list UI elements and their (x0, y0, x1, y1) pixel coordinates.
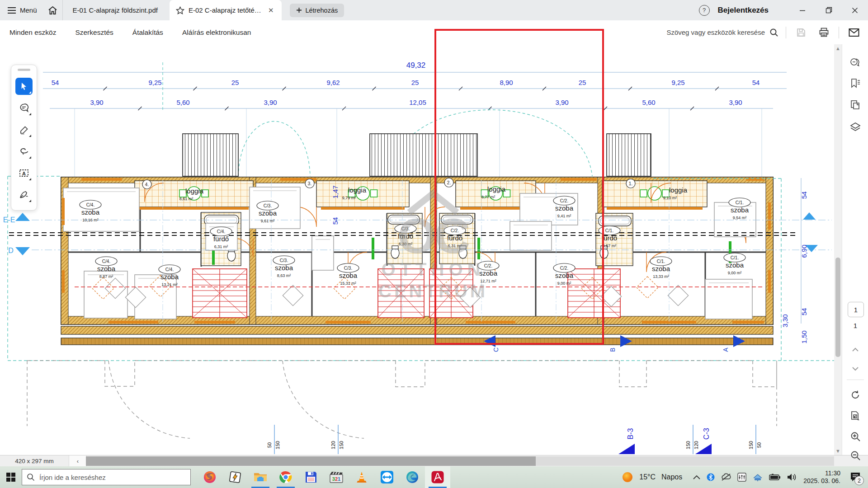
comments-panel-button[interactable] (847, 54, 863, 70)
app-firefox[interactable] (197, 466, 222, 488)
horizontal-scrollbar[interactable] (86, 456, 834, 466)
minimize-button[interactable] (789, 0, 816, 20)
tool-flyout-indicator (29, 113, 31, 115)
layers-panel-button[interactable] (847, 119, 863, 136)
onedrive-off-icon[interactable] (721, 473, 731, 481)
app-vlc[interactable] (349, 466, 374, 488)
toolbar-menu-item-1[interactable]: Szerkesztés (75, 28, 113, 37)
vertical-scrollbar[interactable]: ▲ ▼ (834, 44, 842, 455)
window-sill (607, 207, 703, 210)
add-comment-tool[interactable] (15, 99, 33, 117)
room-label: fürdő (213, 235, 229, 243)
export-button[interactable] (847, 408, 863, 424)
toolbar-divider (786, 27, 786, 38)
taskbar-search-placeholder: Írjon ide a kereséshez (39, 474, 106, 481)
notifications-button[interactable]: 2 (846, 466, 864, 488)
print-icon (819, 27, 829, 38)
app-winamp[interactable] (222, 466, 248, 488)
draw-tool[interactable] (15, 121, 33, 138)
scanner-icon[interactable] (752, 473, 763, 482)
axis-tick-label: 120 (693, 441, 699, 449)
select-tool[interactable] (15, 78, 33, 95)
refresh-button[interactable] (847, 387, 863, 403)
app-chrome[interactable] (273, 466, 298, 488)
vertical-scrollbar-thumb[interactable] (835, 258, 840, 357)
mail-button[interactable] (846, 25, 862, 40)
svg-text:321: 321 (332, 476, 340, 482)
horizontal-scrollbar-thumb[interactable] (86, 456, 536, 466)
battery-icon[interactable] (769, 474, 781, 481)
room-area: 13,21 m² (161, 282, 178, 287)
pages-panel-button[interactable] (847, 97, 863, 113)
page-down-button[interactable] (847, 361, 863, 377)
page-up-button[interactable] (847, 342, 863, 358)
tab-document-2[interactable]: E-02 C-alaprajz tetőté… ✕ (170, 0, 282, 20)
section-marker-label: D (8, 247, 14, 254)
room-area: 10,16 m² (82, 218, 99, 222)
volume-icon[interactable] (787, 473, 797, 481)
tray-weather[interactable]: Napos (661, 473, 682, 481)
taskbar-search-input[interactable]: Írjon ide a kereséshez (22, 469, 191, 485)
pencil-icon (19, 125, 29, 135)
room-label: szoba (160, 273, 179, 281)
window-mark (62, 270, 65, 293)
start-button[interactable] (0, 466, 22, 488)
stairs (193, 269, 247, 318)
home-button[interactable] (43, 0, 62, 20)
save-button[interactable] (793, 25, 809, 40)
tray-up-icon[interactable] (693, 474, 701, 480)
create-button[interactable]: Létrehozás (290, 4, 344, 17)
tab-close-icon[interactable]: ✕ (265, 5, 277, 15)
dimension-label: 3,90 (90, 99, 103, 106)
app-mpc[interactable]: 321 (324, 466, 349, 488)
search-button[interactable]: Szöveg vagy eszközök keresése (666, 28, 778, 37)
page-number-input[interactable]: 1 (848, 302, 864, 317)
scroll-down-icon[interactable]: ▼ (834, 447, 842, 455)
help-icon[interactable]: ? (699, 5, 710, 16)
document-canvas[interactable]: 49,32549,25259,62258,90259,25543,905,603… (0, 44, 868, 455)
app-explorer[interactable] (248, 466, 273, 488)
print-button[interactable] (816, 25, 831, 40)
add-text-tool[interactable]: A (15, 164, 33, 182)
toolbar-menu-item-0[interactable]: Minden eszköz (9, 28, 56, 37)
tool-flyout-indicator (29, 178, 31, 180)
menu-button[interactable]: Menü (0, 0, 43, 20)
restore-button[interactable] (816, 0, 842, 20)
tray-temperature[interactable]: 15°C (639, 473, 656, 481)
window-mark (108, 321, 158, 324)
toolbar-menu-item-3[interactable]: Aláírás elektronikusan (182, 28, 251, 37)
axis-tick-label: 120 (330, 441, 336, 449)
tool-flyout-indicator (29, 135, 31, 137)
room-number: 4. (145, 182, 149, 187)
toolbar-menu-item-2[interactable]: Átalakítás (132, 28, 163, 37)
close-window-button[interactable] (842, 0, 868, 20)
floor-plan-drawing: 49,32549,25259,62258,90259,25543,905,603… (0, 44, 834, 455)
fill-sign-tool[interactable] (15, 186, 33, 203)
axis-triangle (618, 444, 635, 454)
tool-flyout-indicator (29, 156, 31, 159)
app-edge[interactable] (400, 466, 425, 488)
pages-panel-icon (850, 99, 861, 110)
app-teamviewer[interactable] (374, 466, 400, 488)
app-acrobat[interactable] (425, 466, 450, 488)
app-floppy[interactable] (298, 466, 324, 488)
bluetooth-icon[interactable] (707, 473, 715, 481)
tab-document-1[interactable]: E-01 C-alaprajz földszint.pdf (62, 0, 170, 20)
zoom-in-button[interactable] (847, 428, 863, 445)
signin-button[interactable]: Bejelentkezés (718, 6, 769, 15)
unit-badge-label: C/1. (657, 259, 665, 264)
collapse-panel-button[interactable]: ‹ (69, 455, 87, 467)
tray-clock[interactable]: 11:30 2025. 03. 06. (803, 469, 840, 485)
bookmarks-panel-button[interactable] (847, 75, 863, 91)
zoom-out-button[interactable] (847, 447, 863, 464)
dimension-label: 9,25 (148, 79, 161, 86)
palette-drag-handle[interactable] (18, 69, 30, 71)
plan-graphics: 49,32549,25259,62258,90259,25543,905,603… (3, 61, 834, 454)
lasso-tool[interactable] (15, 143, 33, 160)
unit-badge-label: C/3. (280, 258, 288, 263)
mixer-icon[interactable] (737, 473, 746, 482)
scroll-up-icon[interactable]: ▲ (834, 44, 842, 52)
window-close-icon (852, 7, 858, 14)
plus-icon (296, 7, 302, 13)
tray-time: 11:30 (803, 469, 840, 477)
